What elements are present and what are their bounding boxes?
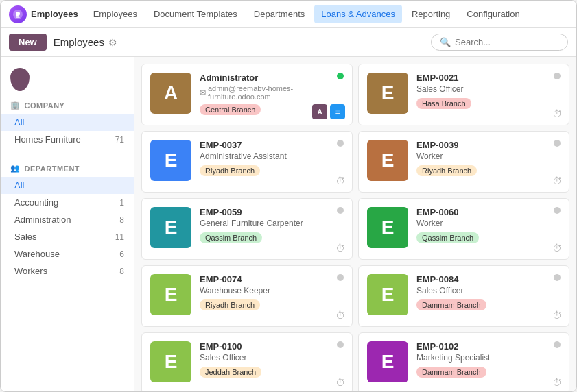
brand: Employees: [9, 5, 78, 23]
emp-name: EMP-0037: [200, 140, 344, 150]
emp-card-emp-0102[interactable]: E EMP-0102 Marketing Specialist Dammam B…: [358, 332, 569, 391]
sidebar-dept-warehouse[interactable]: Warehouse6: [1, 245, 134, 262]
nav-loans-advances[interactable]: Loans & Advances: [314, 5, 402, 23]
clock-icon: ⏱: [335, 310, 345, 321]
emp-info: EMP-0100 Sales Officer Jeddah Branch: [200, 341, 344, 378]
odoo-drop-icon: [10, 68, 30, 91]
avatar-action-btn[interactable]: A: [312, 104, 327, 119]
nav-reporting[interactable]: Reporting: [405, 5, 457, 23]
new-button[interactable]: New: [9, 34, 47, 51]
nav-departments[interactable]: Departments: [247, 5, 311, 23]
status-dot: [337, 140, 344, 147]
clock-icon: ⏱: [335, 243, 345, 254]
card-actions: ⏱: [552, 377, 562, 388]
emp-email: ✉admin@reemabv-homes-furniture.odoo.com: [200, 84, 344, 101]
department-section-title: 👥 DEPARTMENT: [1, 160, 134, 177]
card-actions: ⏱: [335, 310, 345, 321]
gear-icon[interactable]: ⚙: [108, 37, 117, 48]
emp-role: Sales Officer: [416, 84, 561, 94]
emp-card-emp-0037[interactable]: E EMP-0037 Administrative Assistant Riya…: [141, 131, 353, 193]
emp-avatar: A: [150, 73, 191, 114]
nav-configuration[interactable]: Configuration: [460, 5, 526, 23]
emp-card-emp-0074[interactable]: E EMP-0074 Warehouse Keeper Riyadh Branc…: [141, 265, 353, 327]
status-dot: [337, 274, 344, 281]
sidebar-dept-sales[interactable]: Sales11: [1, 228, 134, 245]
branch-tag: Dammam Branch: [416, 367, 486, 378]
cards-area: A Administrator ✉admin@reemabv-homes-fur…: [134, 57, 576, 391]
sidebar-dept-workers[interactable]: Workers8: [1, 262, 134, 280]
sidebar: 🏢 COMPANY All Homes Furniture 71 👥 DEPAR…: [1, 57, 134, 391]
clock-icon: ⏱: [552, 108, 562, 119]
list-action-btn[interactable]: ≡: [330, 104, 345, 119]
emp-avatar: E: [367, 341, 408, 382]
status-dot: [337, 341, 344, 348]
emp-name: EMP-0074: [200, 274, 344, 284]
sidebar-dept-all[interactable]: All: [1, 177, 134, 194]
status-dot: [554, 341, 561, 348]
clock-icon: ⏱: [552, 243, 562, 254]
emp-role: Sales Officer: [416, 286, 561, 295]
emp-role: Sales Officer: [200, 353, 344, 363]
card-actions: ⏱: [335, 175, 345, 186]
emp-role: General Furniture Carpenter: [200, 219, 344, 228]
sidebar-company-all[interactable]: All: [1, 114, 134, 131]
emp-role: Administrative Assistant: [200, 151, 344, 161]
clock-icon: ⏱: [552, 175, 562, 186]
emp-card-emp-0059[interactable]: E EMP-0059 General Furniture Carpenter Q…: [141, 198, 353, 260]
card-actions: ⏱: [552, 243, 562, 254]
brand-icon: [9, 5, 27, 23]
branch-tag: Riyadh Branch: [200, 299, 260, 310]
emp-name: EMP-0039: [416, 140, 561, 150]
search-input[interactable]: [455, 37, 559, 47]
card-actions: ⏱: [335, 377, 345, 388]
emp-card-admin[interactable]: A Administrator ✉admin@reemabv-homes-fur…: [141, 64, 353, 125]
sidebar-dept-accounting[interactable]: Accounting1: [1, 194, 134, 211]
emp-info: EMP-0039 Worker Riyadh Branch: [416, 140, 561, 176]
branch-tag: Qassim Branch: [416, 232, 479, 243]
branch-tag: Qassim Branch: [200, 232, 262, 243]
clock-icon: ⏱: [335, 175, 345, 186]
nav-document-templates[interactable]: Document Templates: [147, 5, 244, 23]
emp-avatar: E: [367, 73, 408, 114]
emp-card-emp-0060[interactable]: E EMP-0060 Worker Qassim Branch ⏱: [358, 198, 569, 260]
card-actions: ⏱: [552, 310, 562, 321]
emp-avatar: E: [367, 207, 408, 248]
emp-name: EMP-0021: [416, 73, 561, 83]
sidebar-divider: [1, 154, 134, 154]
branch-tag: Dammam Branch: [416, 299, 486, 310]
department-icon: 👥: [10, 164, 21, 173]
sidebar-dept-administration[interactable]: Administration8: [1, 211, 134, 228]
emp-avatar: E: [150, 140, 191, 181]
nav-employees[interactable]: Employees: [86, 5, 144, 23]
emp-avatar: E: [150, 341, 191, 382]
company-section-title: 🏢 COMPANY: [1, 97, 134, 114]
top-nav: Employees Employees Document Templates D…: [1, 1, 576, 28]
toolbar-title: Employees ⚙: [54, 36, 117, 48]
emp-avatar: E: [367, 140, 408, 181]
emp-name: Administrator: [200, 73, 344, 83]
emp-role: Worker: [416, 151, 561, 161]
status-dot-online: [337, 73, 344, 79]
company-icon: 🏢: [10, 101, 21, 110]
emp-card-emp-0021[interactable]: E EMP-0021 Sales Officer Hasa Branch ⏱: [358, 64, 569, 125]
cards-grid: A Administrator ✉admin@reemabv-homes-fur…: [141, 64, 569, 391]
sidebar-homes-furniture[interactable]: Homes Furniture 71: [1, 131, 134, 148]
status-dot: [554, 274, 561, 281]
emp-card-emp-0039[interactable]: E EMP-0039 Worker Riyadh Branch ⏱: [358, 131, 569, 193]
emp-name: EMP-0084: [416, 274, 561, 284]
status-dot: [554, 73, 561, 79]
emp-card-emp-0100[interactable]: E EMP-0100 Sales Officer Jeddah Branch ⏱: [141, 332, 353, 391]
search-icon: 🔍: [440, 37, 451, 47]
emp-role: Warehouse Keeper: [200, 286, 344, 295]
emp-info: EMP-0084 Sales Officer Dammam Branch: [416, 274, 561, 310]
card-actions: A ≡: [312, 104, 345, 119]
card-actions: ⏱: [335, 243, 345, 254]
search-box[interactable]: 🔍: [431, 34, 568, 51]
email-icon: ✉: [200, 88, 206, 97]
emp-name: EMP-0102: [416, 341, 561, 352]
branch-tag: Riyadh Branch: [416, 165, 477, 176]
emp-info: EMP-0021 Sales Officer Hasa Branch: [416, 73, 561, 109]
emp-card-emp-0084[interactable]: E EMP-0084 Sales Officer Dammam Branch ⏱: [358, 265, 569, 327]
emp-info: EMP-0074 Warehouse Keeper Riyadh Branch: [200, 274, 344, 310]
page-title: Employees: [54, 36, 104, 48]
